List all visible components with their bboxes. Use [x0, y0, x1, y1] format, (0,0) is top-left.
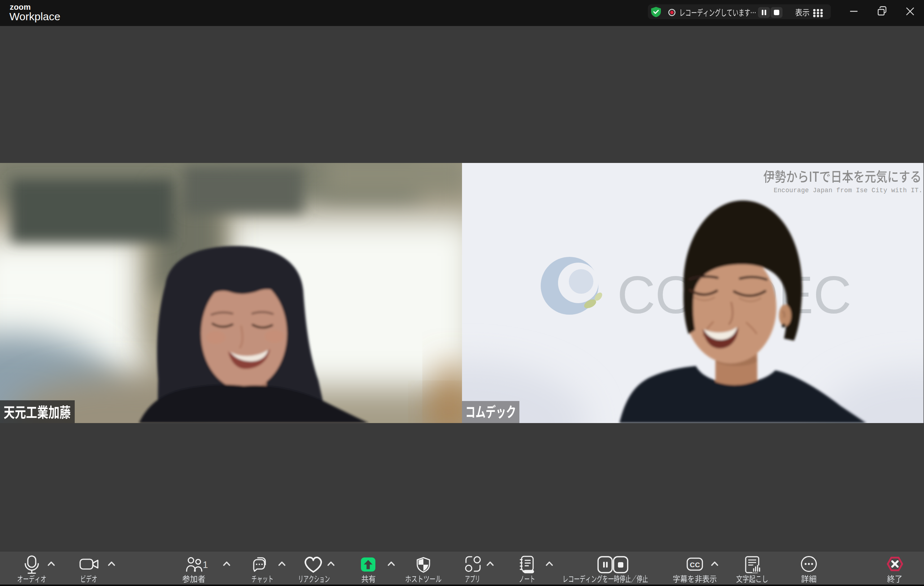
svg-text:CC: CC — [690, 561, 700, 569]
svg-text:1: 1 — [203, 559, 208, 570]
svg-text:Encourage Japan from Ise City: Encourage Japan from Ise City with IT. — [774, 187, 922, 194]
svg-text:Workplace: Workplace — [9, 10, 60, 22]
